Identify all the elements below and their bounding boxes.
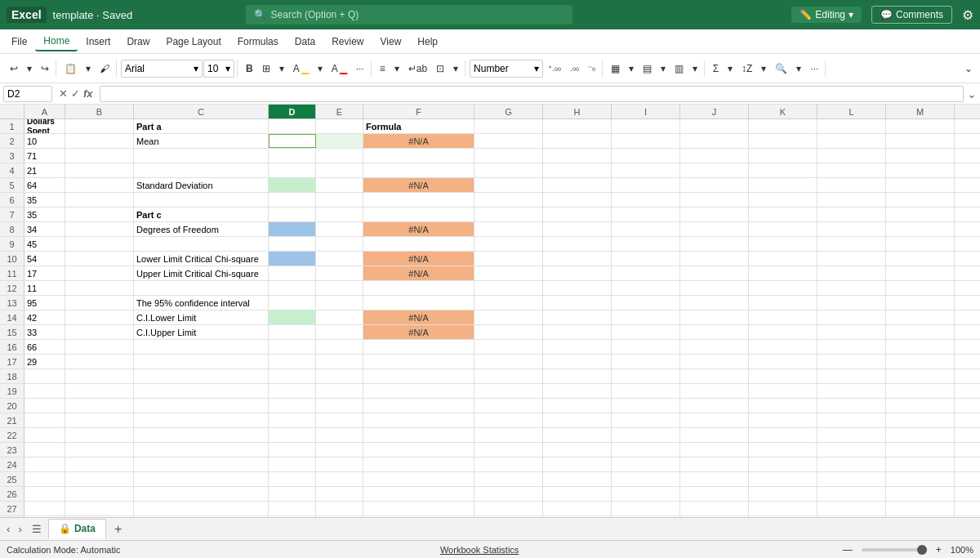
cell-g-18[interactable] bbox=[474, 369, 543, 383]
cell-l8[interactable] bbox=[817, 222, 886, 236]
cell-e12[interactable] bbox=[316, 281, 363, 295]
redo-button[interactable]: ↪ bbox=[37, 60, 53, 77]
cell-m15[interactable] bbox=[886, 325, 955, 339]
comma-button[interactable]: .₀₀ bbox=[566, 61, 583, 75]
bold-button[interactable]: B bbox=[242, 60, 257, 77]
cell-i13[interactable] bbox=[612, 296, 680, 310]
cell-e16[interactable] bbox=[316, 340, 363, 354]
cell-c-19[interactable] bbox=[134, 384, 269, 398]
cell-c-20[interactable] bbox=[134, 399, 269, 413]
cell-l14[interactable] bbox=[817, 310, 886, 324]
undo-button[interactable]: ↩ bbox=[6, 60, 22, 77]
sheet-nav-next[interactable]: › bbox=[15, 521, 24, 537]
cell-n16[interactable] bbox=[955, 340, 980, 354]
cell-i4[interactable] bbox=[612, 163, 680, 177]
cell-e13[interactable] bbox=[316, 296, 363, 310]
cell-e-27[interactable] bbox=[316, 502, 363, 516]
cell-b6[interactable] bbox=[65, 193, 134, 207]
cell-g14[interactable] bbox=[474, 310, 543, 324]
cell-a16[interactable]: 66 bbox=[24, 340, 65, 354]
cell-h17[interactable] bbox=[543, 355, 612, 368]
cell-f12[interactable] bbox=[363, 281, 474, 295]
cell-c3[interactable] bbox=[134, 149, 269, 163]
fill-color-button[interactable]: A▁ bbox=[289, 60, 313, 77]
cell-i-22[interactable] bbox=[612, 428, 680, 442]
cell-g-27[interactable] bbox=[474, 502, 543, 516]
cell-l-26[interactable] bbox=[817, 487, 886, 501]
sum-button[interactable]: Σ bbox=[709, 60, 723, 77]
cell-k-23[interactable] bbox=[749, 443, 817, 457]
cell-d-20[interactable] bbox=[269, 399, 316, 413]
cell-e-28[interactable] bbox=[316, 516, 363, 517]
cell-c8[interactable]: Degrees of Freedom bbox=[134, 222, 269, 236]
cell-d-22[interactable] bbox=[269, 428, 316, 442]
cell-f15[interactable]: #N/A bbox=[363, 325, 474, 339]
cell-f-22[interactable] bbox=[363, 428, 474, 442]
cell-l2[interactable] bbox=[817, 134, 886, 148]
cell-e9[interactable] bbox=[316, 237, 363, 251]
cell-a7[interactable]: 35 bbox=[24, 208, 65, 221]
cell-j-27[interactable] bbox=[680, 502, 749, 516]
cell-g5[interactable] bbox=[474, 178, 543, 192]
sheet-tab-data[interactable]: 🔒 Data bbox=[48, 519, 106, 539]
align-dropdown[interactable]: ▾ bbox=[390, 60, 403, 77]
cell-h-27[interactable] bbox=[543, 502, 612, 516]
cell-b3[interactable] bbox=[65, 149, 134, 163]
cell-j16[interactable] bbox=[680, 340, 749, 354]
cell-k-19[interactable] bbox=[749, 384, 817, 398]
cell-g-28[interactable] bbox=[474, 516, 543, 517]
cell-c13[interactable]: The 95% confidence interval bbox=[134, 296, 269, 310]
cell-d-19[interactable] bbox=[269, 384, 316, 398]
col-header-h[interactable]: H bbox=[543, 105, 612, 118]
col-header-m[interactable]: M bbox=[886, 105, 955, 118]
cell-d-26[interactable] bbox=[269, 487, 316, 501]
cell-k13[interactable] bbox=[749, 296, 817, 310]
cell-e5[interactable] bbox=[316, 178, 363, 192]
cell-d-24[interactable] bbox=[269, 458, 316, 471]
cell-c-27[interactable] bbox=[134, 502, 269, 516]
formula-input[interactable] bbox=[100, 86, 964, 102]
cell-j-18[interactable] bbox=[680, 369, 749, 383]
cell-m-22[interactable] bbox=[886, 428, 955, 442]
cell-m1[interactable] bbox=[886, 119, 955, 133]
cell-l-23[interactable] bbox=[817, 443, 886, 457]
cell-f-27[interactable] bbox=[363, 502, 474, 516]
cell-n3[interactable] bbox=[955, 149, 980, 163]
cell-h5[interactable] bbox=[543, 178, 612, 192]
cell-h15[interactable] bbox=[543, 325, 612, 339]
cell-b5[interactable] bbox=[65, 178, 134, 192]
cell-g7[interactable] bbox=[474, 208, 543, 221]
cell-m8[interactable] bbox=[886, 222, 955, 236]
more-button[interactable]: ··· bbox=[352, 60, 368, 77]
align-button[interactable]: ≡ bbox=[376, 60, 390, 77]
cell-n13[interactable] bbox=[955, 296, 980, 310]
menu-page-layout[interactable]: Page Layout bbox=[158, 33, 229, 51]
cell-a4[interactable]: 21 bbox=[24, 163, 65, 177]
cell-l17[interactable] bbox=[817, 355, 886, 368]
cell-h1[interactable] bbox=[543, 119, 612, 133]
cancel-formula-icon[interactable]: ✕ bbox=[59, 87, 68, 100]
format-painter-icon[interactable]: 🖌 bbox=[96, 60, 114, 77]
cell-g-24[interactable] bbox=[474, 458, 543, 471]
cell-j9[interactable] bbox=[680, 237, 749, 251]
cell-j8[interactable] bbox=[680, 222, 749, 236]
cell-n-18[interactable] bbox=[955, 369, 980, 383]
cell-m5[interactable] bbox=[886, 178, 955, 192]
borders-button[interactable]: ⊞ bbox=[258, 60, 274, 77]
cell-k-25[interactable] bbox=[749, 472, 817, 486]
cell-e-22[interactable] bbox=[316, 428, 363, 442]
more-toolbar-btn[interactable]: ··· bbox=[806, 60, 822, 77]
cell-m10[interactable] bbox=[886, 252, 955, 266]
cell-l4[interactable] bbox=[817, 163, 886, 177]
cell-h4[interactable] bbox=[543, 163, 612, 177]
col-header-f[interactable]: F bbox=[363, 105, 474, 118]
add-sheet-button[interactable]: + bbox=[108, 520, 128, 538]
cell-m7[interactable] bbox=[886, 208, 955, 221]
cell-i-18[interactable] bbox=[612, 369, 680, 383]
cell-d14[interactable] bbox=[269, 310, 316, 324]
cell-a-23[interactable] bbox=[24, 443, 65, 457]
cell-n12[interactable] bbox=[955, 281, 980, 295]
wrap-text-button[interactable]: ↵ab bbox=[404, 60, 431, 77]
borders-dropdown[interactable]: ▾ bbox=[275, 60, 288, 77]
cell-i16[interactable] bbox=[612, 340, 680, 354]
